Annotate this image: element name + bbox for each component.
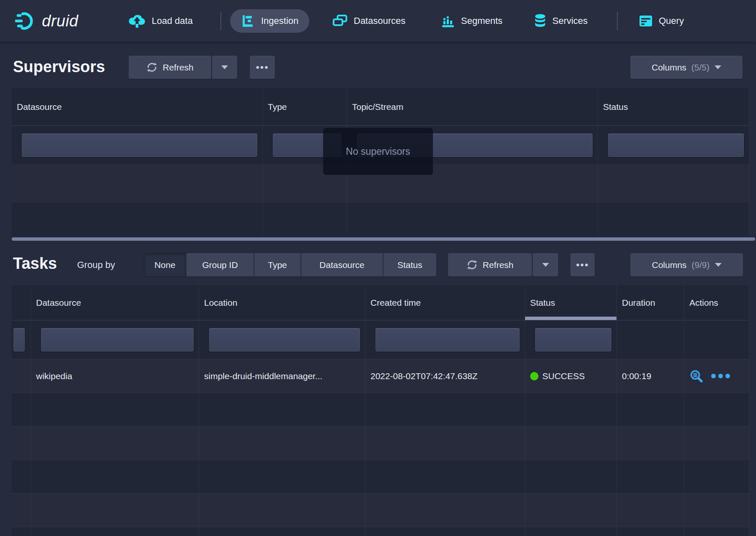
- table-row: [12, 460, 749, 493]
- task-row-wikipedia[interactable]: wikipedia simple-druid-middlemanager... …: [12, 359, 749, 393]
- column-header-partial[interactable]: [12, 285, 31, 320]
- filter-input-status[interactable]: [535, 328, 611, 351]
- tasks-table-header: Datasource Location Created time Status …: [12, 285, 749, 320]
- columns-label: Columns: [652, 260, 686, 270]
- group-by-group-id-button[interactable]: Group ID: [186, 253, 254, 276]
- supervisors-table-header: Datasource Type Topic/Stream Status: [12, 88, 749, 126]
- group-by-label: Group by: [77, 260, 115, 271]
- supervisors-horizontal-scrollbar[interactable]: [12, 237, 755, 241]
- magnifier-detail-icon[interactable]: [689, 369, 704, 383]
- no-supervisors-message: No supervisors: [323, 128, 433, 175]
- sort-indicator: [525, 317, 616, 320]
- table-row: [12, 202, 749, 237]
- column-header-type[interactable]: Type: [263, 88, 347, 125]
- task-actions-cell: [684, 359, 749, 393]
- task-duration-cell[interactable]: 0:00:19: [617, 359, 684, 393]
- console-icon: [639, 15, 653, 27]
- chevron-down-icon: [221, 65, 228, 69]
- column-header-duration[interactable]: Duration: [617, 285, 684, 320]
- more-icon: •••: [256, 62, 269, 73]
- status-success-dot: [530, 372, 539, 380]
- columns-count: (9/9): [691, 260, 709, 270]
- filter-input-hidden-column[interactable]: [13, 328, 25, 351]
- task-location-cell[interactable]: simple-druid-middlemanager...: [199, 359, 365, 393]
- filter-input-created-time[interactable]: [375, 328, 520, 351]
- cloud-upload-icon: [128, 13, 146, 29]
- supervisors-more-button[interactable]: •••: [250, 56, 275, 79]
- table-row: [12, 426, 749, 460]
- group-by-button-group: None Group ID Type Datasource Status: [144, 253, 436, 276]
- more-icon: •••: [576, 260, 589, 270]
- nav-item-label: Ingestion: [261, 16, 298, 26]
- tasks-title: Tasks: [13, 255, 57, 273]
- nav-divider: [617, 12, 618, 30]
- task-status-cell[interactable]: SUCCESS: [525, 359, 617, 393]
- column-header-topic-stream[interactable]: Topic/Stream: [347, 88, 598, 125]
- table-row: [12, 393, 749, 426]
- refresh-label: Refresh: [163, 62, 194, 73]
- chevron-down-icon: [542, 263, 549, 267]
- column-header-datasource[interactable]: Datasource: [31, 285, 199, 320]
- task-created-time-cell[interactable]: 2022-08-02T07:42:47.638Z: [365, 359, 525, 393]
- column-header-status[interactable]: Status: [598, 88, 749, 125]
- filter-input-datasource[interactable]: [22, 133, 257, 157]
- nav-item-ingestion[interactable]: Ingestion: [230, 9, 309, 33]
- tasks-refresh-dropdown-button[interactable]: [533, 253, 558, 276]
- task-more-actions-icon[interactable]: [711, 374, 730, 378]
- nav-item-datasources[interactable]: Datasources: [332, 0, 406, 42]
- columns-label: Columns: [652, 62, 686, 73]
- status-text: SUCCESS: [542, 371, 585, 381]
- column-header-created-time[interactable]: Created time: [365, 285, 525, 320]
- nav-divider: [220, 12, 221, 30]
- nav-item-query[interactable]: Query: [639, 0, 684, 42]
- chevron-down-icon: [715, 65, 721, 69]
- table-row: [12, 493, 749, 527]
- group-by-type-button[interactable]: Type: [254, 253, 301, 276]
- nav-item-segments[interactable]: Segments: [441, 0, 502, 42]
- filter-input-location[interactable]: [209, 328, 360, 351]
- group-by-none-button[interactable]: None: [144, 253, 186, 276]
- tasks-table: Datasource Location Created time Status …: [12, 285, 749, 536]
- tasks-more-button[interactable]: •••: [570, 253, 595, 276]
- chevron-down-icon: [715, 263, 722, 267]
- tasks-filter-row: [12, 320, 749, 359]
- refresh-icon: [146, 62, 158, 73]
- refresh-label: Refresh: [483, 260, 514, 270]
- bar-chart-icon: [441, 14, 455, 28]
- layers-icon: [332, 14, 348, 28]
- nav-item-services[interactable]: Services: [534, 0, 588, 42]
- nav-item-label: Datasources: [354, 16, 406, 26]
- column-header-datasource[interactable]: Datasource: [12, 88, 263, 125]
- filter-input-datasource[interactable]: [41, 328, 194, 351]
- group-by-datasource-button[interactable]: Datasource: [301, 253, 383, 276]
- nav-item-label: Load data: [152, 16, 193, 26]
- supervisors-columns-button[interactable]: Columns (5/5): [630, 56, 743, 79]
- task-datasource-cell[interactable]: wikipedia: [31, 359, 199, 393]
- nav-item-label: Segments: [461, 16, 502, 26]
- top-nav: druid Load data: [0, 0, 756, 42]
- database-icon: [534, 13, 546, 29]
- tasks-refresh-button[interactable]: Refresh: [448, 253, 532, 276]
- gantt-chart-icon: [241, 14, 255, 28]
- nav-item-load-data[interactable]: Load data: [128, 0, 193, 42]
- filter-input-status[interactable]: [608, 133, 744, 157]
- tasks-columns-button[interactable]: Columns (9/9): [630, 253, 743, 276]
- nav-item-label: Query: [659, 16, 684, 26]
- column-header-actions[interactable]: Actions: [684, 285, 749, 320]
- group-by-status-button[interactable]: Status: [383, 253, 436, 276]
- table-row: [12, 527, 749, 536]
- druid-logo-icon: [15, 11, 36, 31]
- druid-logo[interactable]: druid: [15, 0, 78, 42]
- supervisors-title: Supervisors: [13, 58, 105, 76]
- brand-name: druid: [42, 12, 78, 30]
- column-header-location[interactable]: Location: [199, 285, 365, 320]
- nav-item-label: Services: [552, 16, 588, 26]
- column-header-status[interactable]: Status: [525, 285, 617, 320]
- refresh-icon: [466, 259, 478, 271]
- supervisors-refresh-button[interactable]: Refresh: [129, 56, 211, 79]
- supervisors-refresh-dropdown-button[interactable]: [212, 56, 237, 79]
- columns-count: (5/5): [691, 62, 709, 73]
